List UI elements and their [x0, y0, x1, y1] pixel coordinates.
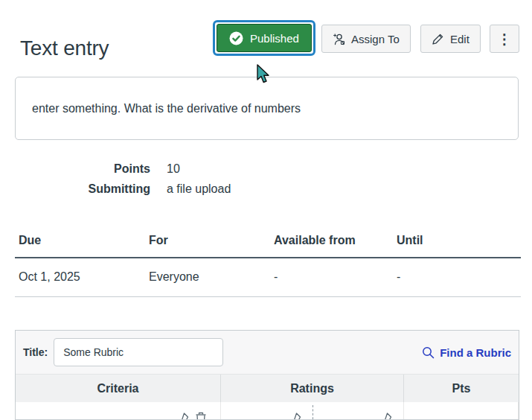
dates-col-for: For: [149, 234, 274, 247]
for-value: Everyone: [149, 270, 274, 284]
more-options-kebab-button[interactable]: ⋮: [490, 25, 519, 53]
rubric-col-criteria: Criteria: [16, 375, 221, 402]
rubric-pts-cell: [404, 402, 519, 420]
submitting-label: Submitting: [15, 182, 150, 196]
assignment-details: Points 10 Submitting a file upload: [15, 162, 231, 196]
published-button-label: Published: [250, 32, 299, 45]
points-label: Points: [15, 162, 150, 176]
pencil-icon: [432, 33, 444, 45]
find-a-rubric-link[interactable]: Find a Rubric: [422, 346, 511, 359]
find-a-rubric-label: Find a Rubric: [440, 346, 511, 359]
rubric-title-label: Title:: [23, 346, 48, 358]
check-circle-icon: [229, 31, 243, 45]
edit-rating-pencil-icon[interactable]: [382, 412, 393, 420]
rubric-table-header: Criteria Ratings Pts: [16, 375, 519, 402]
rubric-criteria-cell: [16, 402, 221, 420]
rubric-container: Title: Find a Rubric Criteria Ratings Pt…: [15, 330, 519, 420]
dates-table: Due For Available from Until Oct 1, 2025…: [15, 234, 521, 297]
dates-col-until: Until: [397, 234, 521, 247]
assign-to-button[interactable]: Assign To: [321, 25, 411, 53]
rubric-col-ratings: Ratings: [221, 375, 404, 402]
search-icon: [422, 346, 435, 359]
edit-button[interactable]: Edit: [420, 25, 481, 53]
assign-to-label: Assign To: [351, 33, 400, 45]
rubric-col-pts: Pts: [404, 375, 519, 402]
published-button[interactable]: Published: [217, 24, 312, 52]
available-from-value: -: [274, 270, 397, 284]
mouse-cursor: [256, 64, 272, 88]
dates-col-due: Due: [15, 234, 149, 247]
rubric-title-input[interactable]: [54, 338, 223, 366]
published-button-focus-ring: Published: [213, 20, 315, 56]
assignment-description-text: enter something. What is the derivative …: [32, 102, 301, 115]
until-value: -: [397, 270, 521, 284]
points-value: 10: [167, 162, 231, 176]
submitting-value: a file upload: [167, 182, 231, 196]
edit-rating-pencil-icon[interactable]: [291, 412, 302, 420]
rubric-table-body-row: [16, 402, 519, 420]
dates-table-header: Due For Available from Until: [15, 234, 521, 258]
rubric-title-bar: Title: Find a Rubric: [16, 331, 519, 375]
delete-criterion-trash-icon[interactable]: [195, 412, 207, 420]
dates-col-available-from: Available from: [274, 234, 397, 247]
dates-table-row: Oct 1, 2025 Everyone - -: [15, 258, 521, 297]
page-title: Text entry: [20, 36, 109, 60]
due-date-value: Oct 1, 2025: [15, 270, 149, 284]
edit-criterion-pencil-icon[interactable]: [179, 412, 190, 420]
assignment-page: Text entry Published Assign To: [0, 0, 532, 420]
rating-split-dashed-divider: [313, 405, 313, 420]
assign-user-icon: [333, 33, 345, 45]
edit-label: Edit: [450, 33, 469, 45]
kebab-icon: ⋮: [498, 31, 512, 48]
